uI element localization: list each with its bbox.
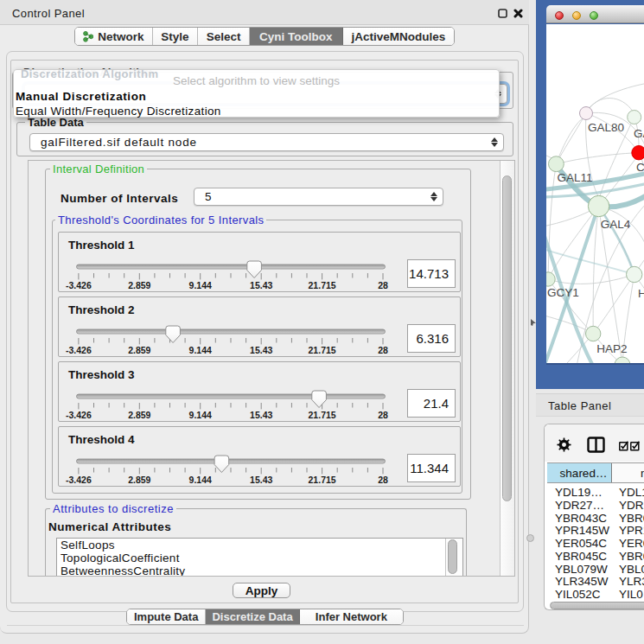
svg-text:-3.426: -3.426 xyxy=(66,475,92,485)
svg-text:2.859: 2.859 xyxy=(128,475,150,485)
svg-text:9.144: 9.144 xyxy=(189,280,212,290)
svg-text:28: 28 xyxy=(378,410,388,420)
svg-text:-3.426: -3.426 xyxy=(66,410,92,420)
svg-text:15.43: 15.43 xyxy=(250,345,272,355)
svg-text:-3.426: -3.426 xyxy=(66,280,92,290)
svg-text:15.43: 15.43 xyxy=(250,475,272,485)
svg-text:H: H xyxy=(638,287,644,300)
svg-text:GCY1: GCY1 xyxy=(547,286,579,299)
svg-text:HAP2: HAP2 xyxy=(596,342,627,355)
svg-text:15.43: 15.43 xyxy=(250,280,272,290)
svg-text:GAL11: GAL11 xyxy=(557,171,592,184)
svg-text:9.144: 9.144 xyxy=(189,345,212,355)
svg-text:GAL4: GAL4 xyxy=(600,218,630,231)
svg-text:15.43: 15.43 xyxy=(250,410,272,420)
svg-text:9.144: 9.144 xyxy=(189,475,212,485)
svg-text:21.715: 21.715 xyxy=(309,410,336,420)
svg-text:2.859: 2.859 xyxy=(128,345,150,355)
svg-text:C: C xyxy=(636,161,644,174)
svg-text:28: 28 xyxy=(378,280,388,290)
svg-text:21.715: 21.715 xyxy=(309,280,336,290)
svg-text:2.859: 2.859 xyxy=(128,280,150,290)
svg-text:21.715: 21.715 xyxy=(309,345,336,355)
svg-text:2.859: 2.859 xyxy=(128,410,150,420)
svg-text:GA: GA xyxy=(634,127,644,140)
svg-text:21.715: 21.715 xyxy=(309,475,336,485)
svg-text:9.144: 9.144 xyxy=(189,410,212,420)
svg-text:GAL80: GAL80 xyxy=(587,121,623,134)
svg-text:28: 28 xyxy=(378,345,388,355)
svg-text:28: 28 xyxy=(378,475,388,485)
svg-text:-3.426: -3.426 xyxy=(66,345,92,355)
